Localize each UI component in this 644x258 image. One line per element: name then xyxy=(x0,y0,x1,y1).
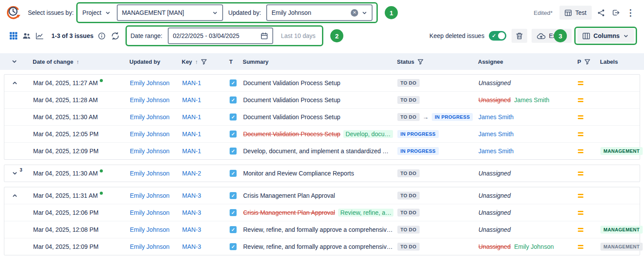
issue-key-link[interactable]: MAN-1 xyxy=(182,148,201,155)
issue-key-link[interactable]: MAN-2 xyxy=(182,170,201,177)
assignee-link[interactable]: James Smith xyxy=(478,114,514,120)
issue-group: Mar 04, 2025, 11:31 AMEmily JohnsonMAN-3… xyxy=(4,187,640,255)
grid-view-button[interactable] xyxy=(7,29,20,42)
updated-by-link[interactable]: Emily Johnson xyxy=(130,96,169,103)
issue-key-link[interactable]: MAN-1 xyxy=(182,114,201,120)
status-old-badge: TO DO xyxy=(397,113,420,121)
updated-by-link[interactable]: Emily Johnson xyxy=(130,114,169,120)
new-change-dot xyxy=(100,79,103,82)
issue-key-link[interactable]: MAN-3 xyxy=(182,226,201,233)
key-cell: MAN-2 xyxy=(182,170,230,177)
issue-key-link[interactable]: MAN-1 xyxy=(182,96,201,103)
assignee-cell: UnassignedEmily Johnson xyxy=(478,243,575,250)
status-badge: TO DO xyxy=(397,192,420,200)
table-row: Mar 04, 2025, 12:09 PMEmily JohnsonMAN-3… xyxy=(4,238,640,255)
chevron-down-icon xyxy=(212,10,218,16)
updated-by-link[interactable]: Emily Johnson xyxy=(130,192,169,199)
issue-key-link[interactable]: MAN-1 xyxy=(182,79,201,86)
sort-asc-icon[interactable]: ↑ xyxy=(76,58,79,65)
key-cell: MAN-1 xyxy=(182,96,230,103)
assignee-link[interactable]: James Smith xyxy=(478,148,514,155)
table-row: Mar 04, 2025, 11:28 AMEmily JohnsonMAN-1… xyxy=(4,91,640,108)
issue-key-link[interactable]: MAN-3 xyxy=(182,192,201,199)
keep-deleted-toggle[interactable] xyxy=(489,31,506,41)
assignee-link[interactable]: James Smith xyxy=(478,131,514,138)
updated-by-link[interactable]: Emily Johnson xyxy=(130,170,169,177)
export-view-button[interactable] xyxy=(608,5,623,20)
col-header-updated-by-cell: Updated by xyxy=(129,58,182,65)
clear-icon[interactable]: ✕ xyxy=(351,9,358,17)
filter-icon[interactable] xyxy=(417,59,424,65)
issue-key-link[interactable]: MAN-1 xyxy=(182,131,201,138)
select-by-dropdown[interactable]: Project xyxy=(81,9,112,16)
refresh-button[interactable] xyxy=(108,28,123,43)
change-date: Mar 04, 2025, 12:09 PM xyxy=(33,148,98,155)
type-cell: ✓ xyxy=(230,79,243,86)
issue-key-link[interactable]: MAN-3 xyxy=(182,243,201,250)
task-type-icon: ✓ xyxy=(230,79,237,86)
share-button[interactable] xyxy=(593,5,608,20)
kebab-icon: ⋮ xyxy=(626,7,635,18)
info-icon[interactable] xyxy=(98,32,105,40)
labels-cell: MANAGEMENT xyxy=(600,243,640,251)
priority-cell xyxy=(575,97,600,103)
chevron-down-icon xyxy=(362,10,367,16)
assignee-unassigned: Unassigned xyxy=(478,170,511,177)
chart-icon xyxy=(36,32,44,40)
issue-key-link[interactable]: MAN-3 xyxy=(182,209,201,216)
priority-cell xyxy=(575,114,600,120)
assignee-cell: Unassigned xyxy=(478,209,575,216)
labels-cell: MANAGEMENT xyxy=(600,226,640,234)
calendar-icon[interactable] xyxy=(261,32,268,40)
status-cell: IN PROGRESS xyxy=(397,130,478,138)
col-header-key[interactable]: Key xyxy=(182,58,192,65)
chart-view-button[interactable] xyxy=(33,29,46,42)
date-range-input[interactable]: 02/22/2025 - 03/04/2025 xyxy=(168,28,273,44)
date-range-label: Date range: xyxy=(131,32,163,39)
updated-by-link[interactable]: Emily Johnson xyxy=(130,226,169,233)
updated-by-link[interactable]: Emily Johnson xyxy=(130,148,169,155)
select-by-value: Project xyxy=(82,9,102,16)
delete-button[interactable] xyxy=(512,29,527,43)
filter-icon[interactable] xyxy=(584,59,590,65)
col-header-date[interactable]: Date of change xyxy=(33,58,73,65)
trash-icon xyxy=(516,32,523,40)
annotation-box-1: Project MANAGEMENT [MAN] Updated by: Emi… xyxy=(76,2,378,23)
annotation-step-2: 2 xyxy=(330,29,343,42)
updated-by-link[interactable]: Emily Johnson xyxy=(130,131,169,138)
assignee-unassigned: Unassigned xyxy=(478,79,511,86)
updated-by-link[interactable]: Emily Johnson xyxy=(130,79,169,86)
col-header-summary-cell: Summary xyxy=(243,58,397,65)
key-cell: MAN-1 xyxy=(182,148,230,155)
collapse-group-button[interactable] xyxy=(10,79,19,87)
summary-text: Monitor and Review Compliance Reports xyxy=(243,170,354,177)
assignee-new-value: James Smith xyxy=(514,96,549,103)
project-select[interactable]: MANAGEMENT [MAN] xyxy=(117,4,223,21)
users-view-button[interactable] xyxy=(20,29,33,42)
collapse-group-button[interactable] xyxy=(10,191,19,200)
type-cell: ✓ xyxy=(230,114,243,120)
issue-history-app: Select issues by: Project MANAGEMENT [MA… xyxy=(0,0,644,258)
collapse-all-button[interactable] xyxy=(10,57,19,66)
collapse-all-cell xyxy=(4,57,25,66)
status-cell: TO DO→IN PROGRESS xyxy=(397,113,478,121)
updated-by-cell: Emily Johnson xyxy=(130,170,182,177)
updated-by-select[interactable]: Emily Johnson ✕ xyxy=(266,4,373,21)
updated-by-link[interactable]: Emily Johnson xyxy=(130,209,169,216)
updated-by-link[interactable]: Emily Johnson xyxy=(130,243,169,250)
summary-new-value: Review, refine, a… xyxy=(338,209,394,217)
columns-button[interactable]: Columns xyxy=(577,29,634,43)
filter-icon[interactable] xyxy=(201,59,207,65)
label-badge: MANAGEMENT xyxy=(600,147,643,155)
status-cell: TO DO xyxy=(397,192,478,200)
col-header-priority-cell: P xyxy=(575,58,600,65)
test-view-button[interactable]: Test xyxy=(559,6,592,20)
more-menu-button[interactable]: ⋮ xyxy=(623,5,638,20)
expander-cell xyxy=(4,191,25,200)
key-cell: MAN-1 xyxy=(182,131,230,138)
sort-asc-icon[interactable]: ↑ xyxy=(195,58,198,65)
priority-cell xyxy=(575,193,600,198)
expand-group-button[interactable]: 3 xyxy=(10,169,19,178)
table-row: Mar 04, 2025, 12:06 PMEmily JohnsonMAN-3… xyxy=(4,204,640,221)
test-view-label: Test xyxy=(575,9,586,16)
